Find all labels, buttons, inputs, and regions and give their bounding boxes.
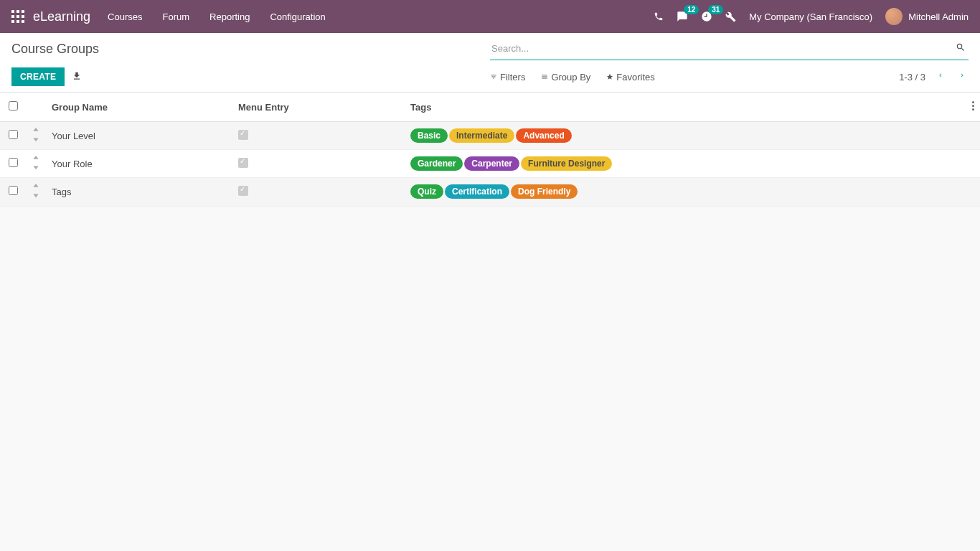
filters-label: Filters bbox=[500, 72, 525, 83]
search-input[interactable] bbox=[490, 40, 953, 57]
user-name: Mitchell Admin bbox=[908, 11, 969, 22]
svg-rect-5 bbox=[22, 15, 24, 18]
select-all-checkbox[interactable] bbox=[9, 101, 18, 110]
tag-badge[interactable]: Dog Friendly bbox=[511, 184, 578, 199]
tag-badge[interactable]: Carpenter bbox=[464, 156, 519, 171]
drag-handle-icon[interactable] bbox=[26, 150, 46, 178]
tag-badge[interactable]: Gardener bbox=[410, 156, 463, 171]
tag-badge[interactable]: Advanced bbox=[516, 128, 571, 143]
top-navbar: eLearning Courses Forum Reporting Config… bbox=[0, 0, 980, 33]
checkbox-checked-icon bbox=[238, 130, 248, 140]
groupby-dropdown[interactable]: Group By bbox=[541, 72, 590, 83]
groupby-label: Group By bbox=[551, 72, 590, 83]
col-options-icon[interactable] bbox=[958, 93, 980, 122]
cell-menu-entry bbox=[232, 150, 405, 178]
tag-badge[interactable]: Quiz bbox=[410, 184, 443, 199]
svg-rect-2 bbox=[22, 10, 24, 13]
tag-badge[interactable]: Furniture Designer bbox=[521, 156, 612, 171]
activities-badge: 31 bbox=[708, 5, 723, 14]
favorites-label: Favorites bbox=[616, 72, 654, 83]
nav-reporting[interactable]: Reporting bbox=[209, 11, 250, 22]
systray: 12 31 My Company (San Francisco) Mitchel… bbox=[654, 8, 969, 25]
drag-handle-icon[interactable] bbox=[26, 178, 46, 206]
table-row[interactable]: Your RoleGardenerCarpenterFurniture Desi… bbox=[0, 150, 980, 178]
cell-group-name[interactable]: Your Role bbox=[46, 150, 232, 178]
pager-prev-icon[interactable] bbox=[934, 70, 947, 83]
nav-forum[interactable]: Forum bbox=[163, 11, 190, 22]
svg-rect-4 bbox=[17, 15, 19, 18]
messages-badge: 12 bbox=[684, 5, 699, 14]
drag-handle-icon[interactable] bbox=[26, 122, 46, 150]
app-brand[interactable]: eLearning bbox=[33, 9, 90, 24]
checkbox-checked-icon bbox=[238, 186, 248, 196]
nav-courses[interactable]: Courses bbox=[108, 11, 142, 22]
filters-dropdown[interactable]: Filters bbox=[490, 72, 525, 83]
svg-rect-0 bbox=[11, 10, 14, 13]
tag-badge[interactable]: Intermediate bbox=[449, 128, 514, 143]
table-row[interactable]: TagsQuizCertificationDog Friendly bbox=[0, 178, 980, 206]
cell-tags: GardenerCarpenterFurniture Designer bbox=[405, 150, 958, 178]
pager-next-icon[interactable] bbox=[956, 70, 969, 83]
cell-tags: BasicIntermediateAdvanced bbox=[405, 122, 958, 150]
svg-rect-8 bbox=[22, 20, 24, 23]
cell-menu-entry bbox=[232, 122, 405, 150]
svg-rect-1 bbox=[17, 10, 19, 13]
pager-text[interactable]: 1-3 / 3 bbox=[899, 72, 925, 83]
tag-badge[interactable]: Certification bbox=[445, 184, 509, 199]
svg-rect-7 bbox=[17, 20, 19, 23]
create-button[interactable]: CREATE bbox=[11, 67, 65, 86]
nav-menu: Courses Forum Reporting Configuration bbox=[108, 11, 326, 22]
favorites-dropdown[interactable]: Favorites bbox=[606, 72, 654, 83]
col-header-menu[interactable]: Menu Entry bbox=[232, 93, 405, 122]
row-checkbox[interactable] bbox=[9, 130, 18, 139]
avatar bbox=[885, 8, 903, 25]
row-checkbox[interactable] bbox=[9, 158, 18, 167]
nav-configuration[interactable]: Configuration bbox=[270, 11, 325, 22]
search-box[interactable] bbox=[490, 39, 969, 60]
debug-icon[interactable] bbox=[725, 11, 736, 22]
apps-icon[interactable] bbox=[11, 10, 24, 23]
cell-menu-entry bbox=[232, 178, 405, 206]
company-selector[interactable]: My Company (San Francisco) bbox=[749, 11, 872, 22]
table-row[interactable]: Your LevelBasicIntermediateAdvanced bbox=[0, 122, 980, 150]
checkbox-checked-icon bbox=[238, 158, 248, 168]
svg-rect-6 bbox=[11, 20, 14, 23]
tag-badge[interactable]: Basic bbox=[410, 128, 448, 143]
cell-tags: QuizCertificationDog Friendly bbox=[405, 178, 958, 206]
breadcrumb: Course Groups bbox=[11, 42, 490, 57]
messages-icon[interactable]: 12 bbox=[677, 11, 688, 22]
col-header-tags[interactable]: Tags bbox=[405, 93, 958, 122]
search-icon[interactable] bbox=[953, 42, 969, 55]
col-header-name[interactable]: Group Name bbox=[46, 93, 232, 122]
row-checkbox[interactable] bbox=[9, 186, 18, 195]
control-panel: Course Groups CREATE Filters bbox=[0, 33, 980, 93]
activities-icon[interactable]: 31 bbox=[701, 11, 712, 22]
user-menu[interactable]: Mitchell Admin bbox=[885, 8, 969, 25]
cell-group-name[interactable]: Your Level bbox=[46, 122, 232, 150]
cell-group-name[interactable]: Tags bbox=[46, 178, 232, 206]
export-icon[interactable] bbox=[72, 71, 82, 83]
pager: 1-3 / 3 bbox=[899, 70, 969, 83]
svg-rect-3 bbox=[11, 15, 14, 18]
list-view: Group Name Menu Entry Tags Your LevelBas… bbox=[0, 93, 980, 207]
phone-icon[interactable] bbox=[654, 11, 664, 22]
